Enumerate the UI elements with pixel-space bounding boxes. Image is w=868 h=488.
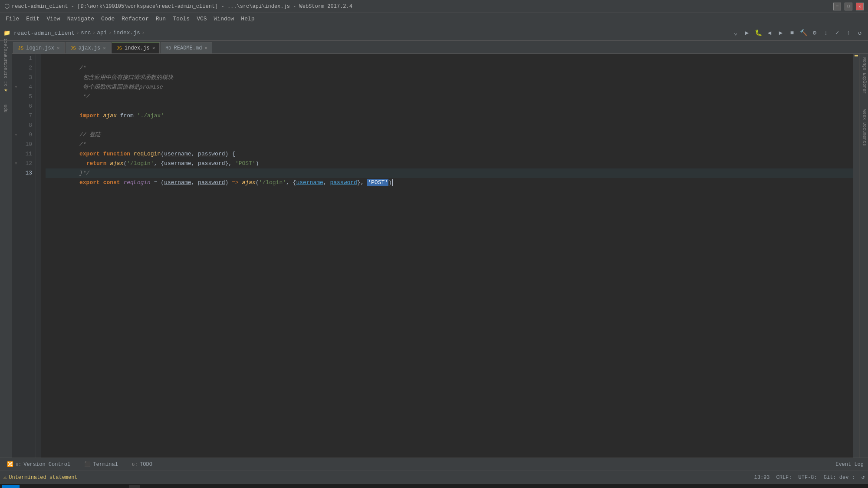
line-num-8: 8 bbox=[12, 121, 36, 130]
menu-view[interactable]: View bbox=[43, 14, 63, 23]
tab-close-ajax[interactable]: ✕ bbox=[103, 45, 106, 51]
mongo-explorer-panel[interactable]: Mongo Explorer bbox=[860, 54, 868, 97]
encoding[interactable]: UTF-8: bbox=[799, 475, 817, 481]
tab-icon: JS bbox=[18, 46, 23, 51]
taskbar-item-4[interactable]: 📧 176 bbox=[103, 485, 128, 488]
taskbar-item-2[interactable]: 🌐 bbox=[74, 485, 87, 488]
vcs-update[interactable]: ↓ bbox=[821, 28, 831, 38]
code-line-10: export function reqLogin(username, passw… bbox=[46, 140, 853, 149]
code-line-4: */ bbox=[46, 82, 853, 92]
maximize-button[interactable]: □ bbox=[845, 3, 852, 10]
close-button[interactable]: ✕ bbox=[856, 3, 864, 10]
taskbar-cortana[interactable] bbox=[36, 485, 51, 488]
tab-close-readme[interactable]: ✕ bbox=[204, 45, 207, 51]
taskbar-item-1[interactable]: 🗂 21 bbox=[53, 485, 72, 488]
app-icon: ⬡ bbox=[4, 3, 10, 10]
menu-window[interactable]: Window bbox=[210, 14, 238, 23]
status-right: 13:93 CRLF: UTF-8: Git: dev : ↺ bbox=[754, 474, 865, 481]
taskbar-item-webstorm[interactable]: ⬡ bbox=[129, 485, 140, 488]
line-num-3: 3 bbox=[12, 73, 36, 82]
undo-button[interactable]: ↺ bbox=[855, 28, 865, 38]
code-line-8: // 登陆 bbox=[46, 121, 853, 130]
menu-file[interactable]: File bbox=[2, 14, 23, 23]
code-line-6: import ajax from './ajax' bbox=[46, 102, 853, 111]
sidebar-item-npm[interactable]: npm bbox=[1, 100, 11, 117]
vc-num: 9: bbox=[16, 462, 21, 467]
taskbar-item-cursor[interactable] bbox=[156, 485, 170, 488]
tab-readme[interactable]: MD README.md ✕ bbox=[161, 42, 212, 53]
debug-button[interactable]: 🐛 bbox=[753, 28, 763, 38]
menu-vcs[interactable]: VCS bbox=[193, 14, 210, 23]
tab-login-jsx[interactable]: JS login.jsx ✕ bbox=[13, 42, 65, 53]
nav-forward[interactable]: ▶ bbox=[776, 28, 786, 38]
editor-area[interactable]: 1 2 3 4 5 6 7 8 9 10 11 12 13 bbox=[12, 54, 868, 458]
event-log-label: Event Log bbox=[835, 462, 864, 468]
cursor-position[interactable]: 13:93 bbox=[754, 475, 770, 481]
vcs-push[interactable]: ↑ bbox=[844, 28, 853, 38]
line-num-1: 1 bbox=[12, 54, 36, 63]
dropdown-button[interactable]: ⌄ bbox=[731, 28, 740, 38]
title-bar: ⬡ react-admin_client - [D:\work\190105\w… bbox=[0, 0, 868, 13]
taskbar-search[interactable]: 🔍 bbox=[21, 485, 34, 488]
todo-num: 6: bbox=[132, 462, 138, 467]
line-num-10: 10 bbox=[12, 140, 36, 149]
vcs-commit[interactable]: ✓ bbox=[832, 28, 842, 38]
text-cursor bbox=[392, 179, 393, 186]
todo-label: TODO bbox=[140, 462, 152, 468]
code-editor[interactable]: /* 包含应用中所有接口请求函数的模块 每个函数的返回值都是promise */ bbox=[41, 54, 853, 458]
event-log-tab[interactable]: Event Log bbox=[835, 462, 864, 468]
code-line-7 bbox=[46, 111, 853, 121]
bottom-panel: 🔀 9: Version Control ⬛ Terminal 6: TODO … bbox=[0, 458, 868, 471]
tab-label: README.md bbox=[174, 45, 202, 51]
error-marker bbox=[855, 55, 858, 56]
menu-bar: File Edit View Navigate Code Refactor Ru… bbox=[0, 13, 868, 25]
breadcrumb-src[interactable]: src bbox=[81, 30, 91, 36]
taskbar-item-3[interactable]: 📁 bbox=[89, 485, 102, 488]
line-num-12: 12 bbox=[12, 159, 36, 168]
run-button[interactable]: ▶ bbox=[742, 28, 752, 38]
weex-documents-panel[interactable]: Weex Documents bbox=[860, 106, 868, 149]
sidebar-item-structure[interactable]: 2: Structure bbox=[1, 62, 11, 79]
tab-close-login[interactable]: ✕ bbox=[57, 45, 60, 51]
code-line-13: export const reqLogin = (username, passw… bbox=[46, 168, 853, 178]
settings-button[interactable]: ⚙ bbox=[810, 28, 819, 38]
menu-run[interactable]: Run bbox=[152, 14, 169, 23]
nav-back[interactable]: ◀ bbox=[765, 28, 774, 38]
menu-navigate[interactable]: Navigate bbox=[64, 14, 98, 23]
tab-ajax-js[interactable]: JS ajax.js ✕ bbox=[66, 42, 111, 53]
stop-button[interactable]: ■ bbox=[787, 28, 797, 38]
breadcrumb-api[interactable]: api bbox=[97, 30, 107, 36]
minimize-button[interactable]: ─ bbox=[833, 3, 841, 10]
code-line-5 bbox=[46, 92, 853, 102]
line-num-13: 13 bbox=[12, 168, 36, 178]
start-button[interactable]: ⊞ bbox=[2, 485, 20, 488]
right-scroll[interactable] bbox=[853, 54, 859, 458]
reload-icon[interactable]: ↺ bbox=[861, 474, 865, 481]
todo-tab[interactable]: 6: TODO bbox=[129, 461, 155, 468]
menu-tools[interactable]: Tools bbox=[169, 14, 193, 23]
editor-container: JS login.jsx ✕ JS ajax.js ✕ JS index.js … bbox=[12, 41, 868, 458]
warning-text: Unterminated statement bbox=[9, 475, 77, 481]
build-button[interactable]: 🔨 bbox=[799, 28, 808, 38]
menu-refactor[interactable]: Refactor bbox=[118, 14, 152, 23]
menu-edit[interactable]: Edit bbox=[23, 14, 43, 23]
tab-close-index[interactable]: ✕ bbox=[152, 45, 155, 51]
terminal-tab[interactable]: ⬛ Terminal bbox=[82, 460, 121, 468]
menu-help[interactable]: Help bbox=[237, 14, 258, 23]
line-ending[interactable]: CRLF: bbox=[776, 475, 792, 481]
tab-index-js[interactable]: JS index.js ✕ bbox=[112, 42, 160, 53]
tab-label: login.jsx bbox=[26, 45, 54, 51]
tab-icon: MD bbox=[165, 46, 171, 51]
breadcrumb-file[interactable]: index.js bbox=[113, 30, 140, 36]
menu-code[interactable]: Code bbox=[98, 14, 118, 23]
taskbar-item-app[interactable]: 🔧 bbox=[141, 485, 155, 488]
git-branch[interactable]: Git: dev : bbox=[824, 475, 855, 481]
tab-icon: JS bbox=[116, 46, 122, 51]
line-num-4: 4 bbox=[12, 82, 36, 92]
left-sidebar: 1: Project 2: Structure ★ npm bbox=[0, 41, 12, 458]
breadcrumb-project[interactable]: 📁 react-admin_client bbox=[3, 30, 75, 36]
version-control-tab[interactable]: 🔀 9: Version Control bbox=[4, 460, 73, 468]
nav-bar: 📁 react-admin_client › src › api › index… bbox=[0, 25, 868, 41]
tab-label: ajax.js bbox=[79, 45, 100, 51]
line-num-5: 5 bbox=[12, 92, 36, 102]
